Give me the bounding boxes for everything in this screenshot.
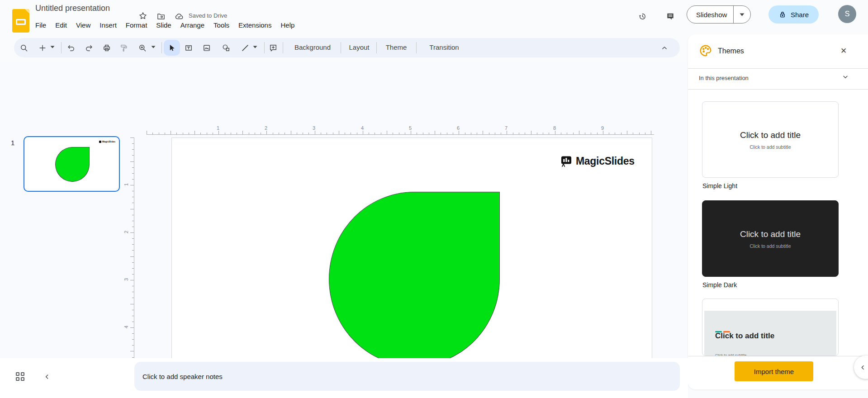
collapse-filmstrip-icon[interactable] (43, 373, 51, 380)
menu-arrange[interactable]: Arrange (176, 20, 209, 30)
bottom-bar: Click to add speaker notes (0, 358, 688, 398)
menu-view[interactable]: View (71, 20, 95, 30)
slideshow-button[interactable]: Slideshow (687, 11, 733, 19)
slide-number: 1 (11, 139, 14, 147)
menu-insert[interactable]: Insert (95, 20, 121, 30)
menu-edit[interactable]: Edit (51, 20, 71, 30)
text-box-icon[interactable] (182, 43, 195, 53)
move-to-folder-icon[interactable] (157, 12, 166, 21)
ruler-number: 1 (217, 125, 219, 131)
slideshow-dropdown-button[interactable] (734, 13, 750, 16)
transition-button[interactable]: Transition (429, 43, 459, 51)
new-slide-icon[interactable] (36, 43, 49, 53)
line-dropdown-icon[interactable] (253, 46, 258, 48)
zoom-icon[interactable] (136, 43, 149, 53)
saved-cloud-icon[interactable] (175, 12, 184, 21)
ruler-number: 1 (123, 183, 129, 186)
speaker-notes[interactable]: Click to add speaker notes (134, 362, 680, 391)
theme-card-styled[interactable]: Click to add title Click to add subtitle (702, 298, 839, 356)
theme-card-label: Simple Light (702, 182, 737, 190)
share-button-label: Share (791, 11, 809, 19)
insert-line-icon[interactable] (239, 43, 251, 53)
insert-shape-icon[interactable] (220, 43, 232, 53)
insert-image-icon[interactable] (200, 43, 213, 53)
menu-file[interactable]: File (31, 20, 51, 30)
paint-format-icon[interactable] (118, 43, 130, 53)
cursor-icon (167, 43, 176, 52)
comments-icon[interactable] (661, 7, 679, 25)
star-icon[interactable] (138, 11, 147, 20)
theme-card-simple-dark[interactable]: Click to add title Click to add subtitle (702, 200, 839, 277)
saved-status: Saved to Drive (189, 12, 227, 19)
theme-card-subtitle: Click to add subtitle (702, 243, 838, 249)
menu-extensions[interactable]: Extensions (234, 20, 276, 30)
ruler-number: 5 (409, 125, 412, 131)
thumbnail-shape (55, 147, 90, 182)
menu-slide[interactable]: Slide (152, 20, 175, 30)
theme-card-title: Click to add title (715, 332, 774, 341)
section-chevron-down-icon[interactable] (842, 73, 849, 81)
slides-logo-icon[interactable] (12, 9, 29, 33)
slide-thumbnail[interactable]: MagicSlides (24, 136, 120, 192)
slideshow-split-button: Slideshow (687, 5, 751, 24)
theme-card-title: Click to add title (702, 130, 838, 140)
ruler-number: 2 (265, 125, 267, 131)
themes-panel: Themes ✕ In this presentation Click to a… (688, 34, 868, 389)
ruler-number: 8 (553, 125, 556, 131)
theme-card-title: Click to add title (702, 229, 838, 239)
workspace: 1 MagicSlides 1 2 3 4 5 6 7 8 9 1 2 3 4 … (0, 61, 688, 358)
theme-card-subtitle: Click to add subtitle (702, 144, 838, 150)
version-history-icon[interactable] (633, 7, 651, 25)
slide-brand-text: MagicSlides (576, 155, 635, 167)
background-button[interactable]: Background (294, 43, 331, 51)
chevron-left-icon (859, 364, 866, 371)
theme-card-simple-light[interactable]: Click to add title Click to add subtitle (702, 101, 839, 178)
panel-title: Themes (718, 47, 744, 55)
menu-tools[interactable]: Tools (209, 20, 234, 30)
redo-icon[interactable] (83, 43, 95, 53)
new-slide-dropdown-icon[interactable] (50, 46, 56, 48)
thumbnail-brand-logo: MagicSlides (99, 140, 115, 143)
menubar: File Edit View Insert Format Slide Arran… (31, 20, 299, 30)
ruler-number: 9 (601, 125, 604, 131)
import-theme-button[interactable]: Import theme (735, 361, 813, 381)
main-toolbar: Background Layout Theme Transition (14, 38, 680, 57)
layout-button[interactable]: Layout (349, 43, 369, 51)
grid-view-icon[interactable] (16, 372, 24, 381)
ruler-number: 4 (123, 326, 129, 328)
close-panel-icon[interactable]: ✕ (840, 46, 847, 56)
ruler-number: 2 (123, 231, 129, 233)
lock-icon (778, 10, 787, 19)
slide-brand-logo: MagicSlides (560, 155, 635, 167)
teardrop-shape[interactable] (329, 192, 500, 366)
horizontal-ruler (147, 126, 654, 135)
ruler-number: 4 (361, 125, 364, 131)
zoom-dropdown-icon[interactable] (151, 46, 157, 48)
speaker-notes-placeholder: Click to add speaker notes (142, 373, 223, 380)
menu-help[interactable]: Help (276, 20, 299, 30)
collapse-toolbar-icon[interactable] (658, 43, 671, 53)
search-menus-icon[interactable] (18, 43, 30, 53)
magicslides-icon (560, 155, 573, 167)
theme-button[interactable]: Theme (386, 43, 407, 51)
undo-icon[interactable] (65, 43, 77, 53)
document-title[interactable]: Untitled presentation (35, 4, 110, 13)
ruler-number: 3 (123, 278, 129, 281)
ruler-number: 7 (505, 125, 508, 131)
section-label: In this presentation (699, 75, 749, 81)
menu-format[interactable]: Format (121, 20, 152, 30)
theme-card-label: Simple Dark (702, 281, 737, 289)
google-slides-app: Untitled presentation Saved to Drive Fil… (0, 0, 868, 398)
print-icon[interactable] (100, 43, 113, 53)
share-button[interactable]: Share (768, 5, 819, 24)
select-tool-button[interactable] (164, 40, 180, 56)
palette-icon (699, 44, 712, 57)
insert-comment-icon[interactable] (267, 43, 280, 53)
avatar[interactable]: S (838, 5, 856, 23)
ruler-number: 6 (457, 125, 460, 131)
ruler-number: 3 (313, 125, 315, 131)
